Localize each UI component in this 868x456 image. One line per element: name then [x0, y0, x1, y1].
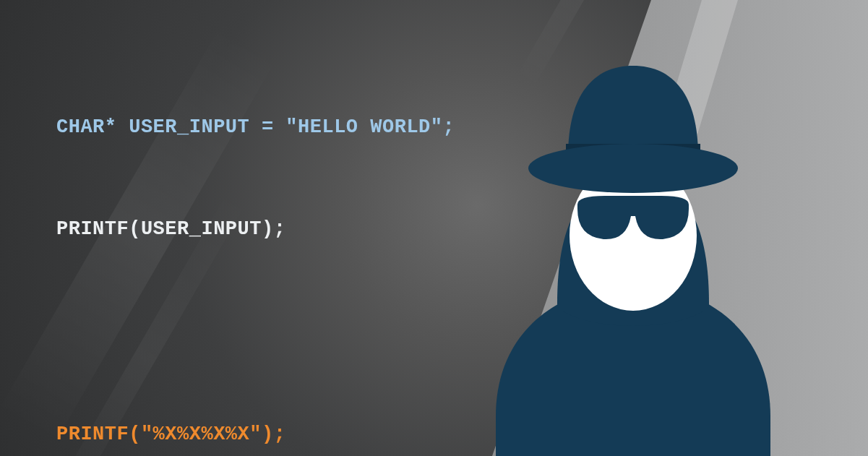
svg-rect-3 [566, 144, 700, 165]
svg-marker-1 [564, 0, 738, 456]
illustration-canvas: CHAR* USER_INPUT = "HELLO WORLD"; PRINTF… [0, 0, 868, 456]
light-streak [515, 0, 684, 89]
code-token-semicolon: ; [443, 116, 455, 138]
svg-point-4 [528, 144, 738, 193]
code-line-4: PRINTF("%X%X%X%X"); [56, 418, 455, 452]
code-line-blank [56, 315, 455, 349]
code-block: CHAR* USER_INPUT = "HELLO WORLD"; PRINTF… [56, 42, 455, 456]
code-line-2: PRINTF(USER_INPUT); [56, 212, 455, 246]
hacker-spy-icon [463, 51, 803, 456]
code-token-declaration: CHAR* USER_INPUT = [56, 116, 285, 138]
background-wedge [463, 0, 868, 456]
svg-point-2 [570, 160, 697, 311]
code-line-1: CHAR* USER_INPUT = "HELLO WORLD"; [56, 111, 455, 145]
svg-marker-0 [492, 0, 868, 456]
code-token-string: "HELLO WORLD" [285, 116, 442, 138]
